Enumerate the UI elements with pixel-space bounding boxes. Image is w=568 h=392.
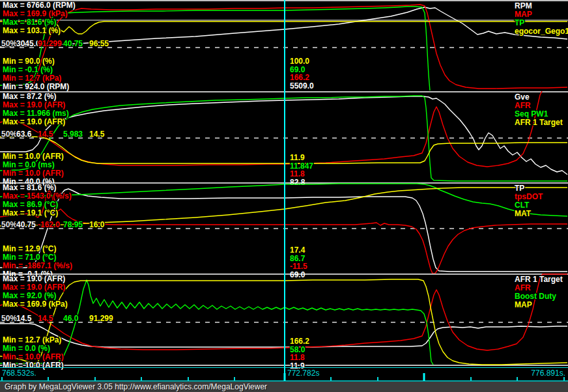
cursor-value: 5509.0 (290, 82, 314, 91)
fifty-percent-value: 91.299 (38, 40, 62, 48)
fifty-percent-value: 40.75 (16, 221, 36, 229)
fifty-percent-label: 50% (1, 130, 17, 139)
fifty-percent-value: 16.0 (89, 221, 104, 229)
fifty-percent-value: 5.983 (63, 130, 83, 139)
fifty-percent-label: 50% (1, 221, 17, 229)
time-start-label: 768.532s. (2, 369, 36, 378)
fifty-percent-value: -162.0 (38, 221, 60, 229)
channel-label: MAP (515, 301, 532, 309)
megalogviewer-window: Max = 6766.0 (RPM)Max = 169.9 (kPa)Max =… (0, 0, 568, 392)
max-label: Max = 19.0 (AFR) (3, 118, 65, 126)
fifty-percent-value: 91.299 (89, 315, 113, 323)
channel-label: AFR 1 Target (515, 119, 563, 127)
fifty-percent-value: 14.5 (89, 130, 104, 139)
series-tp (0, 7, 430, 91)
status-bar: Graph by MegaLogViewer 3.05 http://www.e… (0, 382, 568, 392)
fifty-percent-value: 63.6 (16, 130, 31, 139)
fifty-percent-value: 14.5 (38, 315, 53, 323)
channel-label: egocor_Gego1 (515, 27, 568, 36)
fifty-percent-value: 46.0 (63, 315, 78, 323)
fifty-percent-value: 96.55 (89, 40, 109, 48)
time-end-label: 776.891s. (531, 369, 565, 378)
max-label: Max = 169.9 (kPa) (3, 300, 68, 309)
fifty-percent-value: 14.5 (16, 315, 31, 323)
fifty-percent-value: 78.95 (63, 221, 83, 229)
max-label: Max = 19.1 (°C) (3, 209, 58, 217)
fifty-percent-label: 50% (1, 315, 17, 323)
channel-label: MAT (515, 210, 531, 218)
fifty-percent-value: 3045.0 (16, 40, 40, 48)
max-label: Max = 103.1 (%) (3, 27, 61, 35)
series-afr (0, 91, 542, 167)
fifty-percent-value: 14.5 (38, 130, 53, 139)
min-label: Min = 924.0 (RPM) (3, 83, 69, 91)
cursor-line[interactable] (284, 0, 285, 381)
fifty-percent-value: 40.75 (63, 40, 83, 48)
time-cursor-label: 772.782s (287, 369, 319, 378)
fifty-percent-label: 50% (1, 40, 17, 48)
